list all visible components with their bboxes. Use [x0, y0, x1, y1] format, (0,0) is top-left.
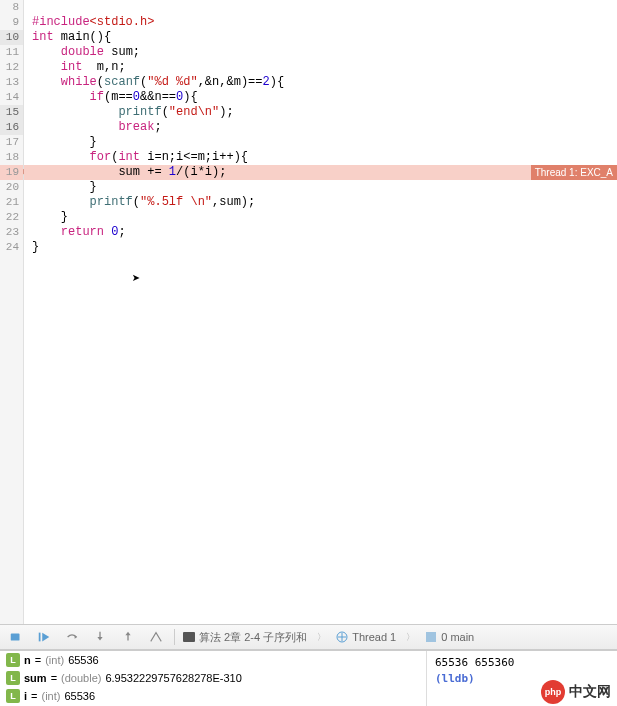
variable-row[interactable]: Ln = (int) 65536 [0, 651, 426, 669]
var-value: 6.9532229757628278E-310 [105, 669, 241, 687]
step-over-button[interactable] [62, 629, 82, 645]
line-number[interactable]: 12 [0, 60, 23, 75]
code-line[interactable]: } [24, 135, 617, 150]
var-type: (double) [61, 669, 101, 687]
var-value: 65536 [68, 651, 99, 669]
var-name: sum [24, 669, 47, 687]
local-var-icon: L [6, 653, 20, 667]
line-number[interactable]: 21 [0, 195, 23, 210]
line-number[interactable]: 14 [0, 90, 23, 105]
error-badge[interactable]: Thread 1: EXC_A [531, 165, 617, 180]
code-line[interactable]: break; [24, 120, 617, 135]
var-name: n [24, 651, 31, 669]
local-var-icon: L [6, 671, 20, 685]
breadcrumb-thread-label: Thread 1 [352, 631, 396, 643]
debug-view-button[interactable] [146, 629, 166, 645]
thread-icon [336, 631, 348, 643]
line-gutter: 89101112131415161718192021222324 [0, 0, 24, 624]
line-number[interactable]: 22 [0, 210, 23, 225]
line-number[interactable]: 18 [0, 150, 23, 165]
var-type: (int) [42, 687, 61, 705]
code-line[interactable]: printf("end\n"); [24, 105, 617, 120]
code-line[interactable]: #include<stdio.h> [24, 15, 617, 30]
line-number[interactable]: 23 [0, 225, 23, 240]
code-line[interactable]: int m,n; [24, 60, 617, 75]
variables-panel: Ln = (int) 65536Lsum = (double) 6.953222… [0, 650, 617, 706]
breadcrumb-frame-label: 0 main [441, 631, 474, 643]
line-number[interactable]: 17 [0, 135, 23, 150]
watermark: php 中文网 [541, 680, 611, 704]
code-content[interactable]: #include<stdio.h>int main(){ double sum;… [24, 0, 617, 624]
code-line[interactable]: printf("%.5lf \n",sum); [24, 195, 617, 210]
code-line[interactable]: return 0; [24, 225, 617, 240]
debug-toolbar: 算法 2章 2-4 子序列和 〉 Thread 1 〉 0 main [0, 624, 617, 650]
breadcrumb-file[interactable]: 算法 2章 2-4 子序列和 [183, 630, 307, 645]
frame-icon [425, 631, 437, 643]
step-into-button[interactable] [90, 629, 110, 645]
variables-list[interactable]: Ln = (int) 65536Lsum = (double) 6.953222… [0, 651, 427, 706]
variable-row[interactable]: Li = (int) 65536 [0, 687, 426, 705]
svg-rect-8 [183, 632, 195, 642]
line-number[interactable]: 13 [0, 75, 23, 90]
chevron-right-icon: 〉 [317, 631, 326, 644]
svg-rect-12 [426, 632, 436, 642]
step-out-button[interactable] [118, 629, 138, 645]
var-type: (int) [45, 651, 64, 669]
chevron-right-icon: 〉 [406, 631, 415, 644]
code-line[interactable]: } [24, 240, 617, 255]
local-var-icon: L [6, 689, 20, 703]
svg-rect-0 [11, 634, 20, 641]
line-number[interactable]: 11 [0, 45, 23, 60]
line-number[interactable]: 10 [0, 30, 23, 45]
separator [174, 629, 175, 645]
svg-rect-1 [39, 633, 41, 642]
breadcrumb-frame[interactable]: 0 main [425, 631, 474, 643]
code-line[interactable]: } [24, 210, 617, 225]
breadcrumb-file-label: 算法 2章 2-4 子序列和 [199, 630, 307, 645]
variable-row[interactable]: Lsum = (double) 6.9532229757628278E-310 [0, 669, 426, 687]
toggle-breakpoints-button[interactable] [6, 629, 26, 645]
line-number[interactable]: 24 [0, 240, 23, 255]
breadcrumb-thread[interactable]: Thread 1 [336, 631, 396, 643]
line-number[interactable]: 19 [0, 165, 23, 180]
code-line[interactable]: sum += 1/(i*i);Thread 1: EXC_A [24, 165, 617, 180]
svg-marker-2 [42, 633, 49, 642]
watermark-badge: php [541, 680, 565, 704]
code-line[interactable]: } [24, 180, 617, 195]
code-line[interactable]: if(m==0&&n==0){ [24, 90, 617, 105]
line-number[interactable]: 15 [0, 105, 23, 120]
svg-marker-7 [125, 632, 130, 636]
code-line[interactable]: for(int i=n;i<=m;i++){ [24, 150, 617, 165]
continue-button[interactable] [34, 629, 54, 645]
line-number[interactable]: 9 [0, 15, 23, 30]
svg-marker-5 [97, 637, 102, 641]
console-output: 65536 655360 [435, 655, 609, 671]
var-name: i [24, 687, 27, 705]
line-number[interactable]: 8 [0, 0, 23, 15]
code-line[interactable]: while(scanf("%d %d",&n,&m)==2){ [24, 75, 617, 90]
code-editor[interactable]: 89101112131415161718192021222324 #includ… [0, 0, 617, 624]
watermark-text: 中文网 [569, 683, 611, 701]
code-line[interactable]: double sum; [24, 45, 617, 60]
code-line[interactable]: int main(){ [24, 30, 617, 45]
terminal-icon [183, 631, 195, 643]
var-value: 65536 [64, 687, 95, 705]
line-number[interactable]: 20 [0, 180, 23, 195]
line-number[interactable]: 16 [0, 120, 23, 135]
code-line[interactable] [24, 0, 617, 15]
